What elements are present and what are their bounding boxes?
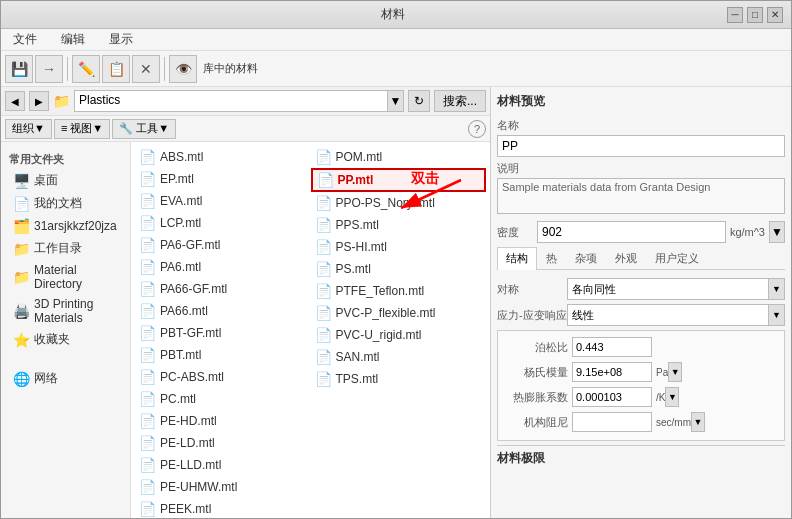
mtl-icon: 📄 bbox=[315, 283, 332, 299]
path-dropdown-arrow[interactable]: ▼ bbox=[388, 90, 404, 112]
stress-dropdown-arrow[interactable]: ▼ bbox=[769, 304, 785, 326]
mtl-icon: 📄 bbox=[139, 479, 156, 495]
forward-button[interactable]: → bbox=[35, 55, 63, 83]
file-item[interactable]: 📄 EP.mtl bbox=[135, 168, 311, 190]
file-item[interactable]: 📄 PE-UHMW.mtl bbox=[135, 476, 311, 498]
tab-appearance[interactable]: 外观 bbox=[606, 247, 646, 269]
file-name: LCP.mtl bbox=[160, 216, 201, 230]
file-item[interactable]: 📄 PS.mtl bbox=[311, 258, 487, 280]
thermal-input[interactable] bbox=[572, 387, 652, 407]
edit-button[interactable]: ✏️ bbox=[72, 55, 100, 83]
file-item[interactable]: 📄 PA6.mtl bbox=[135, 256, 311, 278]
mtl-icon: 📄 bbox=[315, 217, 332, 233]
youngs-input[interactable] bbox=[572, 362, 652, 382]
file-item[interactable]: 📄 POM.mtl bbox=[311, 146, 487, 168]
stress-value[interactable]: 线性 bbox=[567, 304, 769, 326]
file-item[interactable]: 📄 PBT.mtl bbox=[135, 344, 311, 366]
maximize-button[interactable]: □ bbox=[747, 7, 763, 23]
file-toolbar: 组织▼ ≡ 视图▼ 🔧 工具▼ ? bbox=[1, 116, 490, 142]
file-name: PA6.mtl bbox=[160, 260, 201, 274]
tab-misc[interactable]: 杂项 bbox=[566, 247, 606, 269]
menu-file[interactable]: 文件 bbox=[5, 29, 45, 50]
sidebar-item-favorites[interactable]: ⭐ 收藏夹 bbox=[1, 328, 130, 351]
menu-edit[interactable]: 编辑 bbox=[53, 29, 93, 50]
sidebar-item-material-directory[interactable]: 📁 Material Directory bbox=[1, 260, 130, 294]
file-item[interactable]: 📄 SAN.mtl bbox=[311, 346, 487, 368]
organize-button[interactable]: 组织▼ bbox=[5, 119, 52, 139]
file-item[interactable]: 📄 PC-ABS.mtl bbox=[135, 366, 311, 388]
mech-input[interactable] bbox=[572, 412, 652, 432]
symmetry-value[interactable]: 各向同性 bbox=[567, 278, 769, 300]
sidebar-item-3d-printing[interactable]: 🖨️ 3D Printing Materials bbox=[1, 294, 130, 328]
search-button[interactable]: 搜索... bbox=[434, 90, 486, 112]
file-item[interactable]: 📄 PA66.mtl bbox=[135, 300, 311, 322]
save-button[interactable]: 💾 bbox=[5, 55, 33, 83]
view-button[interactable]: 👁️ bbox=[169, 55, 197, 83]
copy-button[interactable]: 📋 bbox=[102, 55, 130, 83]
file-item[interactable]: 📄 PEEK.mtl bbox=[135, 498, 311, 518]
refresh-button[interactable]: ↻ bbox=[408, 90, 430, 112]
file-item[interactable]: 📄 PVC-P_flexible.mtl bbox=[311, 302, 487, 324]
file-name: EVA.mtl bbox=[160, 194, 202, 208]
file-item[interactable]: 📄 PA66-GF.mtl bbox=[135, 278, 311, 300]
file-item[interactable]: 📄 ABS.mtl bbox=[135, 146, 311, 168]
thermal-row: 热膨胀系数 /K ▼ bbox=[504, 387, 778, 407]
file-list-container: 常用文件夹 🖥️ 桌面 📄 我的文档 🗂️ 31arsjkkzf20jza bbox=[1, 142, 490, 518]
menu-view[interactable]: 显示 bbox=[101, 29, 141, 50]
tools-button[interactable]: 🔧 工具▼ bbox=[112, 119, 176, 139]
mtl-icon: 📄 bbox=[139, 457, 156, 473]
file-item[interactable]: 📄 TPS.mtl bbox=[311, 368, 487, 390]
file-item[interactable]: 📄 PPS.mtl bbox=[311, 214, 487, 236]
tab-content: 对称 各向同性 ▼ 应力-应变响应 线性 ▼ bbox=[497, 278, 785, 512]
file-item[interactable]: 📄 PA6-GF.mtl bbox=[135, 234, 311, 256]
file-item[interactable]: 📄 PE-HD.mtl bbox=[135, 410, 311, 432]
sidebar-item-label: 收藏夹 bbox=[34, 331, 70, 348]
file-item[interactable]: 📄 PVC-U_rigid.mtl bbox=[311, 324, 487, 346]
file-item[interactable]: 📄 PBT-GF.mtl bbox=[135, 322, 311, 344]
delete-button[interactable]: ✕ bbox=[132, 55, 160, 83]
youngs-unit-dropdown[interactable]: ▼ bbox=[668, 362, 682, 382]
file-item[interactable]: 📄 EVA.mtl bbox=[135, 190, 311, 212]
file-item[interactable]: 📄 PE-LD.mtl bbox=[135, 432, 311, 454]
file-item[interactable]: 📄 PPO-PS_Noryl.mtl bbox=[311, 192, 487, 214]
tab-thermal[interactable]: 热 bbox=[537, 247, 566, 269]
mtl-icon: 📄 bbox=[139, 325, 156, 341]
minimize-button[interactable]: ─ bbox=[727, 7, 743, 23]
file-col2: 📄 POM.mtl 📄 PP.mtl 📄 PPO-PS_Noryl.mtl bbox=[311, 146, 487, 518]
file-item[interactable]: 📄 PE-LLD.mtl bbox=[135, 454, 311, 476]
tab-user-defined[interactable]: 用户定义 bbox=[646, 247, 708, 269]
file-item[interactable]: 📄 PC.mtl bbox=[135, 388, 311, 410]
path-input[interactable]: Plastics bbox=[74, 90, 388, 112]
poisson-input[interactable] bbox=[572, 337, 652, 357]
tab-structure[interactable]: 结构 bbox=[497, 247, 537, 270]
youngs-unit: Pa bbox=[656, 367, 668, 378]
file-item[interactable]: 📄 PS-HI.mtl bbox=[311, 236, 487, 258]
symmetry-dropdown-arrow[interactable]: ▼ bbox=[769, 278, 785, 300]
name-input[interactable] bbox=[497, 135, 785, 157]
file-item[interactable]: 📄 LCP.mtl bbox=[135, 212, 311, 234]
left-panel: ◀ ▶ 📁 Plastics ▼ ↻ 搜索... 组织▼ ≡ 视图▼ 🔧 工具▼… bbox=[1, 87, 491, 518]
file-item[interactable]: 📄 PTFE_Teflon.mtl bbox=[311, 280, 487, 302]
mech-unit: sec/mm bbox=[656, 417, 691, 428]
sidebar-item-network[interactable]: 🌐 网络 bbox=[1, 367, 130, 390]
sidebar-item-desktop[interactable]: 🖥️ 桌面 bbox=[1, 169, 130, 192]
density-input[interactable] bbox=[537, 221, 726, 243]
close-button[interactable]: ✕ bbox=[767, 7, 783, 23]
thermal-unit: /K bbox=[656, 392, 665, 403]
sidebar-item-workdir[interactable]: 📁 工作目录 bbox=[1, 237, 130, 260]
desc-textarea[interactable]: Sample materials data from Granta Design bbox=[497, 178, 785, 214]
sidebar-item-label: 31arsjkkzf20jza bbox=[34, 219, 117, 233]
view-mode-button[interactable]: ≡ 视图▼ bbox=[54, 119, 110, 139]
sidebar-item-label: Material Directory bbox=[34, 263, 122, 291]
file-item-pp[interactable]: 📄 PP.mtl bbox=[311, 168, 487, 192]
density-unit-dropdown[interactable]: ▼ bbox=[769, 221, 785, 243]
help-icon[interactable]: ? bbox=[468, 120, 486, 138]
mtl-icon: 📄 bbox=[139, 501, 156, 517]
sidebar-item-31ar[interactable]: 🗂️ 31arsjkkzf20jza bbox=[1, 215, 130, 237]
file-name: PA66.mtl bbox=[160, 304, 208, 318]
thermal-unit-dropdown[interactable]: ▼ bbox=[665, 387, 679, 407]
mech-unit-dropdown[interactable]: ▼ bbox=[691, 412, 705, 432]
back-button[interactable]: ◀ bbox=[5, 91, 25, 111]
sidebar-item-mydocs[interactable]: 📄 我的文档 bbox=[1, 192, 130, 215]
forward-nav-button[interactable]: ▶ bbox=[29, 91, 49, 111]
